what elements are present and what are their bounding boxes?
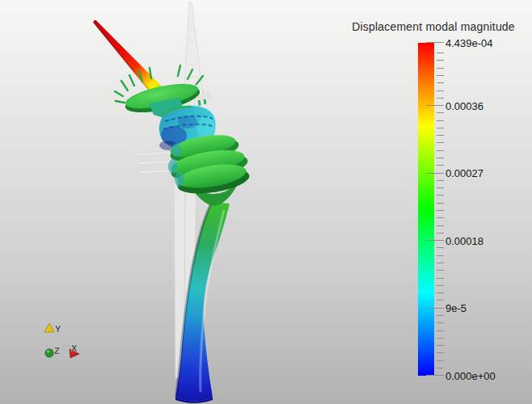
colorbar-minor-tick bbox=[437, 360, 444, 361]
colorbar-tick-label: 0.00018 bbox=[445, 234, 483, 246]
colorbar-minor-tick bbox=[437, 210, 444, 211]
colorbar-minor-tick bbox=[437, 270, 444, 271]
colorbar-minor-tick bbox=[437, 165, 444, 166]
colorbar-minor-tick bbox=[437, 128, 444, 128]
colorbar-minor-tick bbox=[437, 53, 444, 53]
z-axis-label: Z bbox=[54, 346, 60, 356]
colorbar-tick-label: 4.439e-04 bbox=[445, 37, 493, 49]
colorbar[interactable] bbox=[418, 43, 434, 376]
colorbar-minor-tick bbox=[437, 150, 444, 151]
colorbar-minor-tick bbox=[437, 247, 444, 248]
render-viewport[interactable]: Y Z X Displacement modal magnitude 4.439… bbox=[0, 0, 532, 404]
colorbar-minor-tick bbox=[437, 203, 444, 204]
colorbar-major-tick bbox=[426, 240, 444, 241]
colorbar-tick-label: 9e-5 bbox=[445, 302, 467, 314]
orientation-axes-widget: Y Z X bbox=[44, 323, 79, 358]
colorbar-minor-tick bbox=[437, 180, 444, 181]
basket-top-nubs bbox=[197, 99, 206, 106]
colorbar-minor-tick bbox=[437, 338, 444, 339]
colorbar-minor-tick bbox=[437, 60, 444, 61]
colorbar-minor-tick bbox=[437, 82, 444, 83]
colorbar-major-tick bbox=[426, 308, 444, 309]
colorbar-minor-tick bbox=[437, 90, 444, 91]
y-axis-cone bbox=[44, 323, 54, 332]
colorbar-major-tick bbox=[426, 105, 444, 106]
colorbar-minor-tick bbox=[437, 255, 444, 256]
colorbar-minor-tick bbox=[437, 300, 444, 301]
colorbar-minor-tick bbox=[437, 263, 444, 263]
y-axis-label: Y bbox=[55, 324, 61, 334]
z-axis-sphere bbox=[45, 349, 53, 357]
colorbar-tick-label: 0.00036 bbox=[445, 99, 483, 112]
colorbar-minor-tick bbox=[437, 322, 444, 323]
colorbar-minor-tick bbox=[437, 75, 444, 76]
colorbar-tick-label: 0.00027 bbox=[445, 167, 483, 179]
colorbar-minor-tick bbox=[437, 292, 444, 293]
colorbar-minor-tick bbox=[437, 142, 444, 143]
colorbar-minor-tick bbox=[437, 98, 444, 99]
colorbar-minor-tick bbox=[437, 68, 444, 69]
colorbar-minor-tick bbox=[437, 352, 444, 353]
colorbar-minor-tick bbox=[437, 278, 444, 279]
deformed-tower bbox=[93, 20, 251, 403]
z-axis-sphere-highlight bbox=[47, 350, 49, 352]
colorbar-tick-label: 0.000e+00 bbox=[445, 370, 496, 382]
colorbar-minor-tick bbox=[437, 345, 444, 346]
x-axis-label: X bbox=[71, 343, 78, 353]
colorbar-minor-tick bbox=[437, 330, 444, 331]
colorbar-minor-tick bbox=[437, 285, 444, 286]
colorbar-major-tick bbox=[426, 375, 444, 376]
colorbar-minor-tick bbox=[437, 217, 444, 218]
colorbar-minor-tick bbox=[437, 135, 444, 136]
colorbar-major-tick bbox=[426, 42, 444, 43]
colorbar-minor-tick bbox=[437, 233, 444, 234]
colorbar-minor-tick bbox=[437, 315, 444, 316]
colorbar-minor-tick bbox=[437, 368, 444, 368]
colorbar-major-tick bbox=[426, 173, 444, 174]
colorbar-title: Displacement modal magnitude bbox=[335, 20, 532, 33]
colorbar-minor-tick bbox=[437, 120, 444, 121]
render-scene[interactable]: Y Z X bbox=[0, 0, 532, 404]
colorbar-minor-tick bbox=[437, 225, 444, 226]
colorbar-minor-tick bbox=[437, 158, 444, 158]
colorbar-minor-tick bbox=[437, 195, 444, 196]
colorbar-minor-tick bbox=[437, 112, 444, 113]
colorbar-minor-tick bbox=[437, 187, 444, 188]
